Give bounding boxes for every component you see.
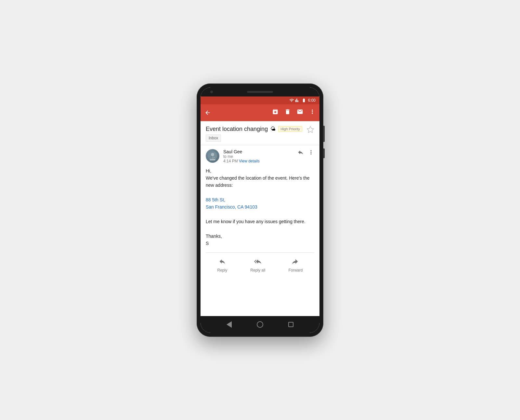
home-nav-icon [257, 321, 263, 328]
back-button[interactable] [204, 109, 211, 116]
reply-label: Reply [217, 268, 228, 273]
svg-rect-6 [214, 158, 215, 159]
reply-all-button[interactable]: Reply all [245, 255, 270, 275]
status-icons: 6:00 [289, 98, 316, 103]
more-options-button[interactable] [309, 108, 316, 117]
view-details-link[interactable]: View details [239, 159, 260, 163]
svg-rect-4 [211, 157, 213, 159]
message-more-button[interactable] [308, 149, 314, 157]
speaker-grille [247, 91, 273, 93]
email-subject: Event location changing [206, 126, 268, 133]
message-card: Saul Gee to me 4:14 PM View details [201, 145, 319, 283]
home-nav-button[interactable] [255, 319, 265, 330]
star-button[interactable] [306, 126, 314, 135]
email-body: Hi, We've changed the location of the ev… [206, 163, 314, 250]
battery-icon [301, 98, 307, 103]
message-header-actions [297, 149, 314, 157]
action-buttons: Reply Reply all [206, 253, 314, 279]
svg-rect-5 [213, 157, 214, 159]
message-header: Saul Gee to me 4:14 PM View details [206, 149, 314, 163]
phone-top-bar [201, 87, 319, 96]
reply-button[interactable]: Reply [212, 255, 233, 275]
forward-button[interactable]: Forward [283, 255, 308, 275]
status-time: 6:00 [308, 98, 316, 103]
delete-button[interactable] [284, 108, 291, 117]
body-intro: We've changed the location of the event.… [206, 174, 314, 189]
sender-time: 4:14 PM View details [223, 159, 293, 163]
email-subject-row: Event location changing 🌤 High Priority [206, 126, 306, 133]
body-closing-1: Let me know if you have any issues getti… [206, 218, 314, 225]
body-thanks: Thanks, [206, 233, 314, 240]
back-nav-button[interactable] [224, 319, 234, 330]
forward-icon [292, 258, 299, 267]
svg-point-1 [211, 153, 214, 156]
body-greeting: Hi, [206, 167, 314, 174]
app-bar [201, 104, 319, 121]
back-nav-icon [227, 321, 232, 328]
inbox-badge: Inbox [206, 134, 221, 142]
reply-all-label: Reply all [250, 268, 265, 273]
email-header: Event location changing 🌤 High Priority … [201, 121, 319, 145]
bottom-nav [201, 316, 319, 333]
address-line2[interactable]: San Francisco, CA 94103 [206, 203, 314, 210]
archive-button[interactable] [272, 108, 279, 117]
sender-name: Saul Gee [223, 149, 293, 154]
sender-to: to me [223, 154, 293, 159]
volume-button[interactable] [323, 126, 325, 142]
power-button[interactable] [323, 148, 325, 158]
recents-nav-button[interactable] [286, 319, 296, 330]
forward-label: Forward [288, 268, 303, 273]
wifi-icon [289, 98, 294, 103]
status-bar: 6:00 [201, 96, 319, 104]
email-content: Event location changing 🌤 High Priority … [201, 121, 319, 316]
svg-rect-3 [210, 157, 211, 159]
quick-reply-button[interactable] [297, 149, 304, 157]
mark-unread-button[interactable] [297, 108, 303, 117]
phone-device: 6:00 [197, 83, 323, 337]
body-signature: S [206, 240, 314, 247]
sender-info: Saul Gee to me 4:14 PM View details [223, 149, 293, 163]
signal-icon [295, 98, 300, 103]
subject-emoji: 🌤 [270, 126, 276, 132]
address-line1[interactable]: 88 5th St, [206, 196, 314, 203]
recents-nav-icon [288, 322, 293, 327]
high-priority-badge: High Priority [278, 126, 302, 132]
email-title-area: Event location changing 🌤 High Priority … [206, 126, 306, 142]
reply-icon [219, 258, 226, 267]
app-bar-icons [272, 108, 316, 117]
camera-dot [210, 91, 213, 93]
phone-screen: 6:00 [201, 87, 319, 333]
sender-avatar [206, 149, 219, 163]
reply-all-icon [254, 258, 261, 267]
